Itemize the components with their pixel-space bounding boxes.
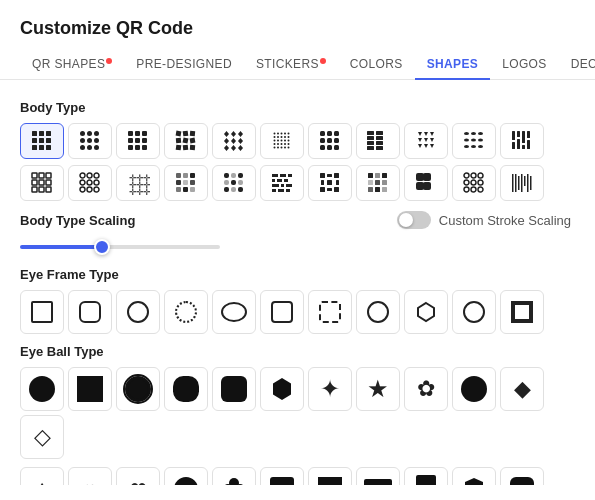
eye-ball-option-14[interactable]: ♥ (68, 467, 112, 485)
custom-stroke-toggle[interactable] (397, 211, 431, 229)
body-type-option-9[interactable] (404, 123, 448, 159)
svg-rect-174 (375, 180, 380, 185)
body-type-option-19[interactable] (356, 165, 400, 201)
body-type-scaling-slider[interactable] (20, 245, 220, 249)
svg-marker-41 (238, 138, 243, 144)
body-type-option-20[interactable] (404, 165, 448, 201)
body-type-option-7[interactable] (308, 123, 352, 159)
eye-ball-option-12[interactable]: ◇ (20, 415, 64, 459)
tab-colors[interactable]: COLORS (338, 49, 415, 79)
body-type-option-13[interactable] (68, 165, 112, 201)
svg-point-56 (277, 140, 279, 142)
svg-rect-6 (32, 145, 37, 150)
body-type-option-5[interactable] (212, 123, 256, 159)
body-type-option-18[interactable] (308, 165, 352, 201)
eye-ball-option-20[interactable] (356, 467, 400, 485)
eye-frame-option-10[interactable] (452, 290, 496, 334)
eye-ball-option-19[interactable] (308, 467, 352, 485)
eye-frame-thin-circle-shape (463, 301, 485, 323)
body-type-option-14[interactable]: ✛ ✛ ✛ ✛ ✛ ✛ ✛ ✛ ✛ (116, 165, 160, 201)
body-type-option-16[interactable] (212, 165, 256, 201)
eye-ball-option-22[interactable] (452, 467, 496, 485)
tab-shapes[interactable]: SHAPES (415, 49, 491, 79)
body-type-option-12[interactable] (20, 165, 64, 201)
eye-ball-tall (416, 475, 436, 485)
eye-ball-option-23[interactable] (500, 467, 544, 485)
eye-ball-option-13[interactable]: ♦ (20, 467, 64, 485)
svg-rect-161 (320, 173, 325, 178)
eye-frame-option-3[interactable] (116, 290, 160, 334)
body-type-option-2[interactable] (68, 123, 112, 159)
eye-ball-square-notch (510, 477, 534, 485)
svg-rect-19 (135, 131, 140, 136)
body-type-option-1[interactable] (20, 123, 64, 159)
svg-marker-36 (224, 131, 229, 137)
eye-ball-option-2[interactable] (68, 367, 112, 411)
body-type-option-21[interactable] (452, 165, 496, 201)
eye-ball-option-6[interactable] (260, 367, 304, 411)
body-type-option-11[interactable] (500, 123, 544, 159)
svg-rect-191 (521, 174, 523, 192)
svg-rect-23 (142, 138, 147, 143)
body-type-option-22[interactable] (500, 165, 544, 201)
eye-frame-option-9[interactable] (404, 290, 448, 334)
eye-ball-option-21[interactable] (404, 467, 448, 485)
eye-frame-option-8[interactable] (356, 290, 400, 334)
body-type-option-10[interactable] (452, 123, 496, 159)
eye-ball-option-3[interactable] (116, 367, 160, 411)
eye-frame-option-11[interactable] (500, 290, 544, 334)
tab-stickers[interactable]: STICKERS (244, 49, 338, 79)
body-type-option-15[interactable] (164, 165, 208, 201)
svg-rect-13 (87, 138, 92, 143)
eye-ball-option-7[interactable]: ✦ (308, 367, 352, 411)
tab-shapes-label: SHAPES (427, 57, 479, 71)
tab-pre-designed[interactable]: PRE-DESIGNED (124, 49, 244, 79)
svg-rect-106 (46, 173, 51, 178)
eye-frame-option-7[interactable] (308, 290, 352, 334)
svg-rect-16 (87, 145, 92, 150)
eye-frame-option-6[interactable] (260, 290, 304, 334)
eye-ball-option-8[interactable]: ★ (356, 367, 400, 411)
eye-ball-option-9[interactable]: ✿ (404, 367, 448, 411)
eye-frame-option-2[interactable] (68, 290, 112, 334)
eye-frame-section: Eye Frame Type (20, 267, 571, 334)
body-type-option-4[interactable] (164, 123, 208, 159)
custom-stroke-row: Custom Stroke Scaling (397, 211, 571, 229)
eye-ball-option-15[interactable]: ❤ (116, 467, 160, 485)
eye-ball-option-1[interactable] (20, 367, 64, 411)
tab-logos[interactable]: LOGOS (490, 49, 558, 79)
eye-ball-option-5[interactable] (212, 367, 256, 411)
eye-frame-option-1[interactable] (20, 290, 64, 334)
svg-rect-172 (382, 173, 387, 178)
eye-frame-option-5[interactable] (212, 290, 256, 334)
svg-rect-194 (530, 176, 532, 190)
eye-ball-option-16[interactable] (164, 467, 208, 485)
eye-ball-grid-row1: ✦ ★ ✿ ◆ ◇ (20, 367, 571, 459)
svg-rect-154 (284, 179, 288, 182)
svg-rect-14 (94, 138, 99, 143)
eye-ball-option-17[interactable] (212, 467, 256, 485)
svg-rect-135 (183, 180, 188, 185)
eye-ball-option-4[interactable] (164, 367, 208, 411)
eye-frame-option-4[interactable] (164, 290, 208, 334)
tab-qr-shapes[interactable]: QR SHAPES (20, 49, 124, 79)
eye-ball-square (77, 376, 103, 402)
body-type-option-17[interactable] (260, 165, 304, 201)
eye-ball-rect (270, 477, 294, 485)
body-type-grid-row2: ✛ ✛ ✛ ✛ ✛ ✛ ✛ ✛ ✛ (20, 165, 571, 201)
svg-rect-35 (190, 145, 195, 150)
scaling-slider-container (20, 235, 571, 253)
svg-rect-176 (368, 187, 373, 192)
svg-rect-153 (277, 179, 282, 182)
body-type-option-3[interactable] (116, 123, 160, 159)
tab-decorate[interactable]: DECORATE YOU (559, 49, 595, 79)
eye-ball-option-11[interactable]: ◆ (500, 367, 544, 411)
svg-point-60 (274, 143, 276, 145)
body-type-option-6[interactable] (260, 123, 304, 159)
eye-ball-option-18[interactable] (260, 467, 304, 485)
eye-ball-option-10[interactable] (452, 367, 496, 411)
body-type-title: Body Type (20, 100, 571, 115)
svg-rect-97 (517, 131, 520, 137)
svg-rect-73 (320, 138, 325, 143)
body-type-option-8[interactable] (356, 123, 400, 159)
